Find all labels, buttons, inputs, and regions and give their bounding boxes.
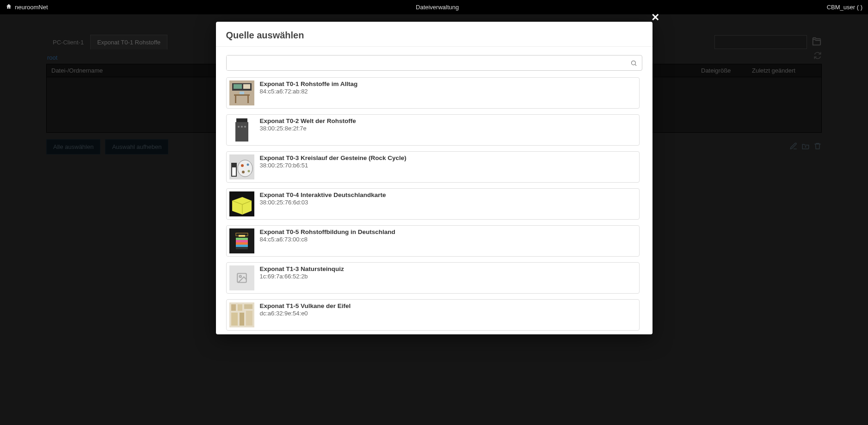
modal-search-wrap bbox=[226, 55, 642, 71]
thumbnail-icon bbox=[229, 191, 254, 216]
source-item[interactable]: Exponat T0-2 Welt der Rohstoffe38:00:25:… bbox=[226, 114, 640, 146]
svg-rect-40 bbox=[246, 311, 252, 326]
modal-title: Quelle auswählen bbox=[216, 22, 653, 47]
modal-search-input[interactable] bbox=[227, 55, 626, 70]
svg-point-13 bbox=[241, 126, 243, 128]
page-title: Dateiverwaltung bbox=[48, 4, 827, 11]
source-item-mac: 84:c5:a6:73:00:c8 bbox=[260, 236, 395, 243]
svg-rect-27 bbox=[236, 238, 248, 240]
svg-point-19 bbox=[241, 164, 244, 167]
svg-rect-26 bbox=[239, 235, 245, 237]
thumbnail-icon bbox=[229, 117, 254, 142]
svg-rect-11 bbox=[235, 122, 248, 142]
brand-label[interactable]: neuroomNet bbox=[15, 4, 48, 11]
svg-rect-30 bbox=[236, 245, 248, 247]
svg-rect-7 bbox=[247, 96, 249, 103]
thumbnail-icon bbox=[229, 302, 254, 327]
source-item-mac: 38:00:25:8e:2f:7e bbox=[260, 125, 356, 132]
source-item[interactable]: Exponat T0-5 Rohstoffbildung in Deutschl… bbox=[226, 225, 640, 257]
svg-point-22 bbox=[247, 170, 250, 172]
svg-rect-28 bbox=[236, 240, 248, 242]
thumbnail-icon bbox=[229, 154, 254, 179]
svg-rect-29 bbox=[236, 242, 248, 245]
source-item-title: Exponat T1-5 Vulkane der Eifel bbox=[260, 302, 351, 309]
svg-point-14 bbox=[244, 126, 246, 128]
close-icon[interactable]: ✕ bbox=[651, 12, 659, 23]
svg-rect-4 bbox=[243, 84, 250, 89]
source-item-mac: dc:a6:32:9e:54:e0 bbox=[260, 310, 351, 317]
svg-rect-31 bbox=[236, 247, 248, 249]
svg-rect-39 bbox=[240, 313, 244, 326]
source-select-modal: ✕ Quelle auswählen Exponat T0-1 Rohstoff… bbox=[216, 22, 653, 334]
image-placeholder-icon bbox=[229, 265, 254, 290]
svg-rect-6 bbox=[235, 96, 236, 103]
source-item[interactable]: Exponat T0-4 Interaktive Deutschlandkart… bbox=[226, 188, 640, 220]
home-icon[interactable] bbox=[6, 3, 12, 11]
search-icon[interactable] bbox=[626, 55, 642, 70]
source-item-title: Exponat T0-4 Interaktive Deutschlandkart… bbox=[260, 191, 386, 198]
svg-rect-36 bbox=[238, 304, 242, 311]
source-item-mac: 84:c5:a6:72:ab:82 bbox=[260, 88, 358, 95]
thumbnail-icon bbox=[229, 228, 254, 253]
source-item[interactable]: Exponat T1-3 Natursteinquiz1c:69:7a:66:5… bbox=[226, 262, 640, 294]
svg-point-12 bbox=[238, 126, 240, 128]
svg-rect-35 bbox=[231, 304, 236, 311]
svg-point-21 bbox=[242, 171, 245, 173]
top-bar: neuroomNet Dateiverwaltung CBM_user ( ) bbox=[0, 0, 868, 14]
svg-point-0 bbox=[632, 61, 636, 65]
source-item-title: Exponat T0-3 Kreislauf der Gesteine (Roc… bbox=[260, 154, 406, 161]
source-item-title: Exponat T0-1 Rohstoffe im Alltag bbox=[260, 80, 358, 87]
svg-rect-5 bbox=[234, 94, 250, 96]
source-item[interactable]: Exponat T1-5 Vulkane der Eifeldc:a6:32:9… bbox=[226, 299, 640, 331]
source-item-title: Exponat T1-3 Natursteinquiz bbox=[260, 265, 344, 272]
svg-rect-37 bbox=[244, 304, 252, 309]
svg-rect-38 bbox=[231, 313, 238, 326]
svg-point-33 bbox=[239, 276, 241, 277]
svg-rect-10 bbox=[236, 118, 247, 122]
svg-rect-8 bbox=[240, 92, 244, 94]
source-list[interactable]: Exponat T0-1 Rohstoffe im Alltag84:c5:a6… bbox=[226, 77, 642, 334]
source-item-title: Exponat T0-2 Welt der Rohstoffe bbox=[260, 117, 356, 124]
thumbnail-icon bbox=[229, 80, 254, 105]
source-item-mac: 38:00:25:70:b6:51 bbox=[260, 162, 406, 169]
svg-rect-3 bbox=[234, 84, 242, 89]
svg-point-20 bbox=[246, 164, 249, 166]
svg-point-18 bbox=[238, 160, 252, 177]
source-item-mac: 1c:69:7a:66:52:2b bbox=[260, 273, 344, 280]
svg-rect-17 bbox=[232, 167, 236, 176]
user-label[interactable]: CBM_user ( ) bbox=[827, 4, 862, 11]
source-item-mac: 38:00:25:76:6d:03 bbox=[260, 199, 386, 206]
source-item[interactable]: Exponat T0-3 Kreislauf der Gesteine (Roc… bbox=[226, 151, 640, 183]
source-item[interactable]: Exponat T0-1 Rohstoffe im Alltag84:c5:a6… bbox=[226, 77, 640, 109]
source-item-title: Exponat T0-5 Rohstoffbildung in Deutschl… bbox=[260, 228, 395, 235]
